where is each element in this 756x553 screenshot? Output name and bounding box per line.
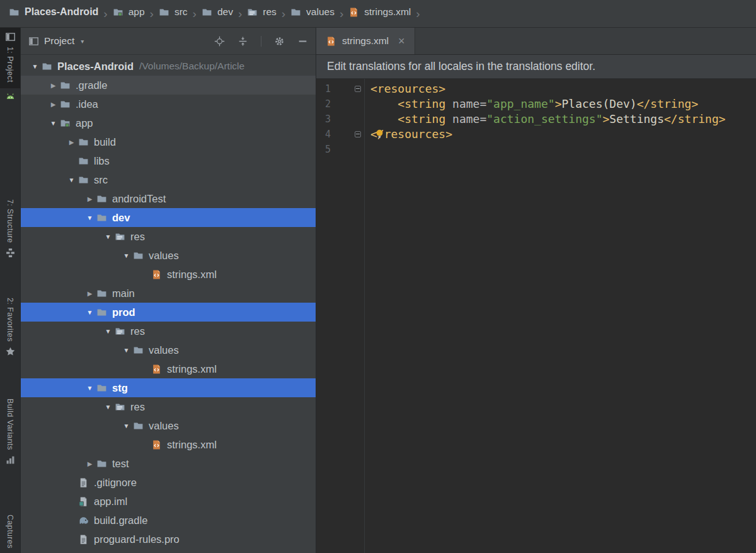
close-icon[interactable]: × — [398, 35, 405, 47]
breadcrumb-item-src[interactable]: src — [159, 6, 188, 18]
gradle-file-icon — [78, 515, 89, 526]
stripe-label-favorites: 2: Favorites — [6, 298, 14, 342]
locate-file-icon[interactable] — [214, 36, 225, 47]
xml-file-icon — [348, 7, 359, 18]
tree-row-res[interactable]: ▼res — [21, 397, 316, 416]
tree-row-values[interactable]: ▼values — [21, 246, 316, 265]
expand-arrow-icon[interactable]: ▶ — [65, 139, 78, 146]
text-file-icon — [78, 477, 89, 488]
project-view-selector[interactable]: Project ▾ — [28, 35, 84, 47]
tree-row-src[interactable]: ▼src — [21, 170, 316, 189]
expand-arrow-icon[interactable]: ▶ — [47, 82, 60, 89]
tree-row-build[interactable]: ▶build — [21, 132, 316, 151]
collapse-arrow-icon[interactable]: ▼ — [120, 252, 133, 259]
res-folder-icon — [115, 326, 125, 337]
line-number: 2 — [325, 98, 331, 110]
stripe-button-android[interactable] — [0, 91, 20, 102]
code-text: <string name="app_name">Places(Dev)</str… — [370, 96, 698, 112]
tab-strings-xml[interactable]: strings.xml × — [316, 28, 415, 54]
collapse-arrow-icon[interactable]: ▼ — [28, 63, 42, 70]
code-line-5[interactable]: 5 — [316, 142, 756, 157]
breadcrumb-item-res[interactable]: res — [247, 6, 277, 18]
breadcrumb-separator: › — [282, 7, 285, 20]
breadcrumb-separator: › — [193, 7, 197, 20]
collapse-arrow-icon[interactable]: ▼ — [101, 233, 115, 240]
tree-label: proguard-rules.pro — [94, 533, 180, 545]
stripe-button-project[interactable]: 1: Project — [0, 28, 20, 88]
translations-banner[interactable]: Edit translations for all locales in the… — [316, 55, 756, 79]
fold-marker-icon[interactable] — [355, 86, 361, 92]
collapse-arrow-icon[interactable]: ▼ — [120, 422, 133, 429]
breadcrumb-item-places-android[interactable]: Places-Android — [9, 6, 98, 18]
breadcrumb-item-strings-xml[interactable]: strings.xml — [348, 6, 411, 18]
tree-row-app-iml[interactable]: app.iml — [21, 492, 316, 511]
expand-arrow-icon[interactable]: ▶ — [83, 460, 96, 467]
tree-row--gitignore[interactable]: .gitignore — [21, 473, 316, 492]
fold-marker-icon[interactable] — [355, 131, 361, 137]
tree-label: stg — [112, 382, 128, 394]
breadcrumb-item-values[interactable]: values — [290, 6, 335, 18]
project-view-title: Project — [44, 35, 74, 47]
stripe-button-favorites[interactable]: 2: Favorites — [0, 298, 20, 357]
tree-row-build-gradle[interactable]: build.gradle — [21, 511, 316, 530]
tree-row-res[interactable]: ▼res — [21, 227, 316, 246]
tree-row-proguard-rules-pro[interactable]: proguard-rules.pro — [21, 530, 316, 549]
breadcrumb-separator: › — [416, 7, 420, 20]
tree-row-strings-xml[interactable]: strings.xml — [21, 435, 316, 454]
expand-arrow-icon[interactable]: ▶ — [47, 101, 60, 108]
code-line-1[interactable]: 1<resources> — [316, 81, 756, 96]
tree-row-stg[interactable]: ▼stg — [21, 378, 316, 397]
folder-icon — [60, 80, 71, 91]
collapse-arrow-icon[interactable]: ▼ — [83, 214, 96, 221]
stripe-label-structure: 7: Structure — [6, 199, 14, 243]
translations-banner-text: Edit translations for all locales in the… — [327, 60, 595, 73]
tree-row-prod[interactable]: ▼prod — [21, 303, 316, 322]
collapse-arrow-icon[interactable]: ▼ — [65, 177, 78, 183]
tree-row-app[interactable]: ▼app — [21, 114, 316, 132]
tree-row-dev[interactable]: ▼dev — [21, 208, 316, 227]
expand-arrow-icon[interactable]: ▶ — [83, 290, 96, 297]
hide-panel-icon[interactable] — [297, 36, 308, 47]
gear-icon[interactable] — [274, 36, 285, 47]
tree-row-strings-xml[interactable]: strings.xml — [21, 359, 316, 378]
breadcrumb-item-app[interactable]: app — [113, 6, 145, 18]
breadcrumb-item-dev[interactable]: dev — [202, 6, 233, 18]
stripe-button-captures[interactable]: Captures — [0, 515, 20, 549]
code-line-4[interactable]: 4</resources> — [316, 127, 756, 142]
module-folder-icon — [60, 118, 71, 129]
intention-bulb-icon[interactable] — [374, 129, 385, 142]
tree-row-libs[interactable]: libs — [21, 151, 316, 170]
tree-row--gradle[interactable]: ▶.gradle — [21, 76, 316, 95]
tree-row-main[interactable]: ▶main — [21, 284, 316, 303]
text-file-icon — [78, 534, 89, 545]
collapse-arrow-icon[interactable]: ▼ — [83, 385, 96, 392]
breadcrumb-label: strings.xml — [364, 6, 411, 18]
collapse-arrow-icon[interactable]: ▼ — [120, 347, 133, 354]
folder-icon — [96, 194, 107, 204]
collapse-arrow-icon[interactable]: ▼ — [101, 328, 115, 335]
code-editor[interactable]: 1<resources>2 <string name="app_name">Pl… — [316, 79, 756, 553]
folder-icon — [290, 7, 301, 18]
stripe-button-build-variants[interactable]: Build Variants — [0, 399, 20, 465]
tree-row-values[interactable]: ▼values — [21, 416, 316, 435]
collapse-arrow-icon[interactable]: ▼ — [83, 309, 96, 316]
code-line-3[interactable]: 3 <string name="action_settings">Setting… — [316, 112, 756, 127]
tree-label: .gradle — [76, 79, 107, 91]
code-line-2[interactable]: 2 <string name="app_name">Places(Dev)</s… — [316, 96, 756, 112]
tree-row-res[interactable]: ▼res — [21, 322, 316, 341]
tree-row-values[interactable]: ▼values — [21, 341, 316, 359]
stripe-label-build-variants: Build Variants — [6, 399, 14, 450]
tree-row-test[interactable]: ▶test — [21, 454, 316, 473]
collapse-all-icon[interactable] — [238, 36, 248, 47]
tree-row-places-android[interactable]: ▼Places-Android/Volumes/Backup/Article — [21, 57, 316, 76]
collapse-arrow-icon[interactable]: ▼ — [101, 404, 115, 410]
android-icon — [5, 91, 16, 102]
tree-row-strings-xml[interactable]: strings.xml — [21, 265, 316, 284]
tree-row--idea[interactable]: ▶.idea — [21, 95, 316, 114]
editor-tab-bar: strings.xml × — [316, 28, 756, 55]
tree-label: values — [149, 344, 179, 356]
stripe-button-structure[interactable]: 7: Structure — [0, 199, 20, 258]
tree-row-androidtest[interactable]: ▶androidTest — [21, 189, 316, 208]
collapse-arrow-icon[interactable]: ▼ — [47, 120, 60, 127]
expand-arrow-icon[interactable]: ▶ — [83, 195, 96, 202]
